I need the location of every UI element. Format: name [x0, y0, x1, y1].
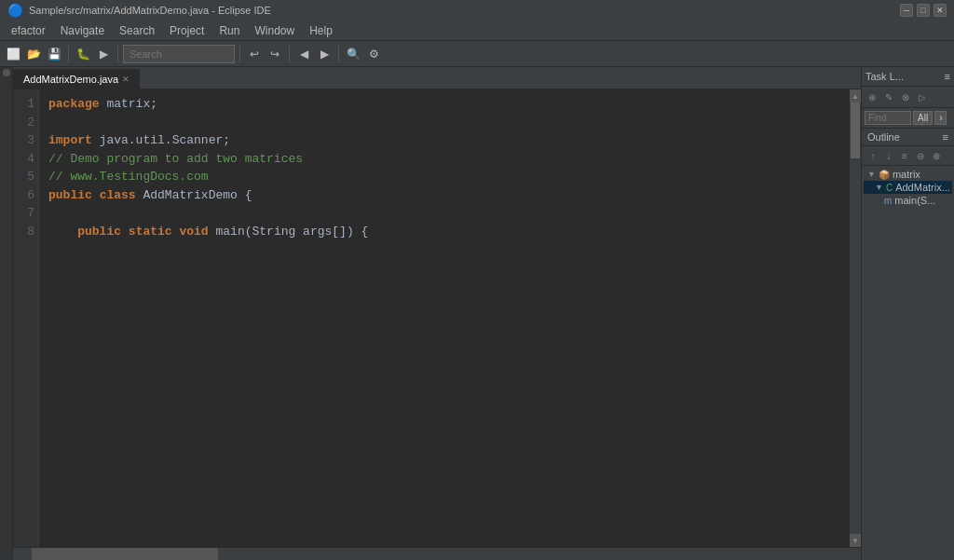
code-text-6a	[92, 188, 100, 202]
outline-item-addmatrix[interactable]: ▼ C AddMatrix...	[864, 181, 952, 194]
toolbar-search-icon-button[interactable]: 🔍	[344, 45, 362, 63]
code-indent-8	[48, 225, 77, 239]
outline-section: Outline ≡ ↑ ↓ ≡ ⊖ ⊕ ▼ 📦 matrix ▼ C A	[862, 129, 954, 560]
task-label: Task L...	[865, 71, 904, 82]
outline-toolbar: ↑ ↓ ≡ ⊖ ⊕	[862, 146, 954, 166]
h-scroll-thumb[interactable]	[32, 548, 218, 560]
outline-header: Outline ≡	[862, 129, 954, 146]
find-all-button[interactable]: All	[913, 111, 933, 125]
menu-project[interactable]: Project	[162, 20, 211, 40]
editor-tab-addmatrix[interactable]: AddMatrixDemo.java ✕	[13, 69, 140, 89]
toolbar-open-button[interactable]: 📂	[24, 45, 43, 63]
title-bar-controls[interactable]: ─ □ ✕	[900, 4, 947, 17]
right-panel: Task L... ≡ ⊕ ✎ ⊗ ▷ All › Outline ≡ ↑ ↓ …	[861, 67, 954, 560]
code-content[interactable]: package matrix; import java.util.Scanner…	[39, 89, 850, 547]
outline-btn-2[interactable]: ↓	[881, 148, 896, 163]
horizontal-scrollbar[interactable]	[13, 547, 861, 560]
h-scroll-track	[13, 548, 861, 560]
toolbar: ⬜ 📂 💾 🐛 ▶ ↩ ↪ ◀ ▶ 🔍 ⚙	[0, 41, 954, 67]
editor-tab-label: AddMatrixDemo.java	[23, 74, 118, 85]
outline-item-main[interactable]: m main(S...	[864, 194, 952, 207]
keyword-static: static	[129, 225, 172, 239]
menu-search[interactable]: Search	[112, 20, 162, 40]
code-text-8c: main(String args[]) {	[209, 225, 369, 239]
scroll-thumb[interactable]	[851, 102, 860, 158]
toolbar-run-button[interactable]: ▶	[94, 45, 113, 63]
title-bar: 🔵 Sample/src/matrix/AddMatrixDemo.java -…	[0, 0, 954, 20]
scroll-up-button[interactable]: ▲	[850, 89, 861, 102]
package-icon: 📦	[879, 170, 890, 180]
toolbar-redo-button[interactable]: ↪	[266, 45, 284, 63]
outline-label-addmatrix: AddMatrix...	[895, 182, 950, 193]
toolbar-search-input[interactable]	[123, 45, 235, 63]
keyword-import: import	[48, 133, 92, 147]
task-panel-header: Task L... ≡	[862, 67, 954, 87]
task-panel-icon: ≡	[945, 71, 950, 82]
task-btn-1[interactable]: ⊕	[865, 89, 879, 104]
task-btn-2[interactable]: ✎	[881, 89, 896, 104]
toolbar-prev-button[interactable]: ◀	[294, 45, 313, 63]
menu-run[interactable]: Run	[211, 20, 247, 40]
code-line-1: package matrix;	[48, 95, 840, 114]
outline-btn-5[interactable]: ⊕	[929, 148, 944, 163]
task-toolbar: ⊕ ✎ ⊗ ▷	[862, 87, 954, 108]
toolbar-undo-button[interactable]: ↩	[245, 45, 264, 63]
outline-btn-4[interactable]: ⊖	[913, 148, 928, 163]
menu-window[interactable]: Window	[247, 20, 302, 40]
scroll-down-button[interactable]: ▼	[850, 534, 861, 547]
toolbar-separator-2	[117, 46, 118, 62]
menu-refactor[interactable]: efactor	[4, 20, 53, 40]
keyword-package: package	[48, 97, 100, 111]
find-bar: All ›	[862, 108, 954, 129]
code-text-1: matrix;	[100, 97, 157, 111]
code-line-5: // www.TestingDocs.com	[48, 168, 840, 186]
outline-btn-1[interactable]: ↑	[865, 148, 880, 163]
toolbar-debug-button[interactable]: 🐛	[74, 45, 92, 63]
close-button[interactable]: ✕	[934, 4, 947, 17]
code-text-8a	[121, 225, 129, 239]
outline-arrow-addmatrix: ▼	[875, 183, 883, 192]
outline-item-matrix[interactable]: ▼ 📦 matrix	[864, 168, 952, 181]
line-num-8: 8	[17, 223, 34, 241]
gutter-marker-1	[3, 69, 10, 76]
menu-help[interactable]: Help	[302, 20, 340, 40]
editor-tab-close-icon[interactable]: ✕	[122, 75, 129, 84]
toolbar-separator-4	[289, 46, 290, 62]
code-line-3: import java.util.Scanner;	[48, 131, 840, 150]
code-line-7	[48, 204, 840, 223]
scroll-track	[850, 102, 861, 534]
task-btn-4[interactable]: ▷	[915, 89, 930, 104]
toolbar-save-button[interactable]: 💾	[45, 45, 63, 63]
vertical-scrollbar[interactable]: ▲ ▼	[850, 89, 861, 547]
line-num-4: 4	[17, 150, 34, 169]
toolbar-new-button[interactable]: ⬜	[4, 45, 22, 63]
editor-pane: AddMatrixDemo.java ✕ 1 2 3 4 5 6 7 8 pac…	[13, 67, 861, 560]
minimize-button[interactable]: ─	[900, 4, 913, 17]
line-num-7: 7	[17, 204, 34, 223]
toolbar-settings-button[interactable]: ⚙	[364, 45, 383, 63]
keyword-public-2: public	[77, 225, 121, 239]
keyword-public-1: public	[48, 188, 92, 202]
line-num-5: 5	[17, 168, 34, 186]
editor-tab-bar: AddMatrixDemo.java ✕	[13, 67, 861, 89]
find-input[interactable]	[865, 111, 911, 125]
menu-navigate[interactable]: Navigate	[53, 20, 112, 40]
toolbar-next-button[interactable]: ▶	[315, 45, 334, 63]
toolbar-separator-1	[68, 46, 69, 62]
line-num-6: 6	[17, 186, 34, 205]
line-num-2: 2	[17, 114, 34, 132]
outline-label: Outline	[867, 131, 900, 143]
task-btn-3[interactable]: ⊗	[898, 89, 913, 104]
title-bar-left: 🔵 Sample/src/matrix/AddMatrixDemo.java -…	[7, 3, 271, 18]
method-icon: m	[884, 196, 892, 206]
code-text-3: java.util.Scanner;	[92, 133, 230, 147]
keyword-class: class	[100, 188, 136, 202]
outline-tree: ▼ 📦 matrix ▼ C AddMatrix... m main(S...	[862, 166, 954, 209]
outline-label-matrix: matrix	[893, 169, 920, 180]
code-line-2	[48, 114, 840, 132]
find-forward-button[interactable]: ›	[934, 111, 947, 125]
maximize-button[interactable]: □	[917, 4, 930, 17]
outline-btn-3[interactable]: ≡	[897, 148, 912, 163]
window-title: Sample/src/matrix/AddMatrixDemo.java - E…	[29, 5, 271, 16]
editor-main-area: 1 2 3 4 5 6 7 8 package matrix; import j…	[13, 89, 861, 547]
